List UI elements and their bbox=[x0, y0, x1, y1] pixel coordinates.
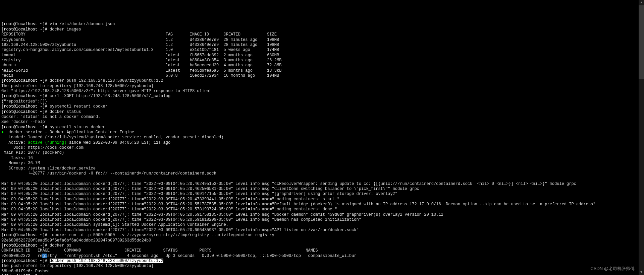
service-cgroup: CGroup: /system.slice/docker.service bbox=[1, 166, 643, 171]
output-line: The push refers to repository [192.168.2… bbox=[1, 264, 643, 269]
ps-header: CONTAINER ID IMAGE COMMAND CREATED STATU… bbox=[1, 248, 643, 253]
output-line: 68bc8c81f9e6: Pushed bbox=[1, 269, 643, 274]
images-row: zzyyubuntu 1.2 d4338649e7e9 28 minutes a… bbox=[1, 38, 643, 43]
service-loaded: Loaded: loaded (/usr/lib/systemd/system/… bbox=[1, 135, 643, 140]
service-tree: └─20777 /usr/bin/dockerd -H fd:// --cont… bbox=[1, 171, 643, 176]
log-line: Mar 09 04:05:20 localhost.localdomain do… bbox=[1, 217, 643, 222]
log-line: Mar 09 04:05:20 localhost.localdomain do… bbox=[1, 182, 643, 187]
output-line: {"repositories":[]} bbox=[1, 99, 643, 104]
log-line: Mar 09 04:05:20 localhost.localdomain do… bbox=[1, 202, 643, 207]
images-row: registry latest b8604a3fe854 3 months ag… bbox=[1, 58, 643, 63]
prompt-line: [root@localhost ~]# docker push 192.168.… bbox=[1, 78, 643, 83]
output-line: docker: 'status' is not a docker command… bbox=[1, 115, 643, 120]
service-tasks: Tasks: 16 bbox=[1, 156, 643, 161]
prompt-line: [root@localhost ~]# docker run -d -p 500… bbox=[1, 233, 643, 238]
terminal-output[interactable]: [root@localhost ~]# vim /etc/docker/daem… bbox=[1, 22, 643, 275]
images-row: registry.cn-hangzhou.aliyuncs.com/comlea… bbox=[1, 48, 643, 53]
prompt-line: [root@localhost ~]# systemctl restart do… bbox=[1, 104, 643, 109]
images-row: tomcat latest fb5657adc892 2 months ago … bbox=[1, 53, 643, 58]
scroll-down-icon[interactable]: ▼ bbox=[639, 270, 644, 275]
output-line: Get "https://192.168.248.128:5000/v2/": … bbox=[1, 89, 643, 94]
images-header: REPOSITORY TAG IMAGE ID CREATED SIZE bbox=[1, 32, 643, 37]
prompt-line: [root@localhost ~]# vim /etc/docker/daem… bbox=[1, 22, 643, 27]
service-header: ● docker.service - Docker Application Co… bbox=[1, 130, 643, 135]
prompt-line: [root@localhost ~]# docker images bbox=[1, 27, 643, 32]
prompt-line: [root@localhost ~]# curl -XGET http://19… bbox=[1, 94, 643, 99]
log-line: Mar 09 04:05:20 localhost.localdomain do… bbox=[1, 197, 643, 202]
service-pid: Main PID: 20777 (dockerd) bbox=[1, 150, 643, 155]
output-line: See 'docker --help' bbox=[1, 120, 643, 125]
scroll-thumb[interactable] bbox=[639, 5, 644, 79]
log-line: Mar 09 04:05:20 localhost.localdomain do… bbox=[1, 207, 643, 212]
highlighted-command: docker push 192.168.248.128:5000/zzyyubu… bbox=[50, 259, 163, 263]
images-row: 192.168.248.128:5000/zzyyubuntu 1.2 d433… bbox=[1, 43, 643, 48]
prompt-line: [root@localhost ~]# docker ps bbox=[1, 243, 643, 248]
blank-line bbox=[1, 176, 643, 181]
output-line: The push refers to repository [192.168.2… bbox=[1, 84, 643, 89]
log-line: Mar 09 04:05:20 localhost.localdomain do… bbox=[1, 212, 643, 217]
service-docs: Docs: https://docs.docker.com bbox=[1, 145, 643, 150]
service-mem: Memory: 36.7M bbox=[1, 161, 643, 166]
prompt-line: [root@localhost ~]# docker push 192.168.… bbox=[1, 259, 643, 264]
prompt-line: [root@localhost ~]# systemctl status doc… bbox=[1, 125, 643, 130]
prompt-line: [root@localhost ~]# docker status bbox=[1, 110, 643, 115]
images-row: hello-world latest feb5d9fea6a5 5 months… bbox=[1, 68, 643, 73]
log-line: Mar 09 04:05:20 localhost.localdomain do… bbox=[1, 187, 643, 192]
scrollbar[interactable]: ▲ ▼ bbox=[639, 0, 644, 275]
images-row: redis 6.0.8 16ecd2772934 16 months ago 1… bbox=[1, 73, 643, 78]
service-active: Active: active (running) since Wed 2022-… bbox=[1, 140, 643, 145]
log-line: Mar 09 04:05:20 localhost.localdomain do… bbox=[1, 228, 643, 233]
log-line: Mar 09 04:05:20 localhost.localdomain sy… bbox=[1, 222, 643, 227]
images-row: ubuntu latest ba6acccedd29 4 months ago … bbox=[1, 63, 643, 68]
watermark: CSDN @老司机张师傅 bbox=[590, 266, 635, 272]
log-line: Mar 09 04:05:20 localhost.localdomain do… bbox=[1, 192, 643, 197]
output-line: 92e6808523720f3ead5d9f6efa6bf6a84cddbc28… bbox=[1, 238, 643, 243]
scroll-up-icon[interactable]: ▲ bbox=[639, 0, 644, 5]
ps-row: 92e680852372 registry "/entrypoint.sh /e… bbox=[1, 254, 643, 259]
